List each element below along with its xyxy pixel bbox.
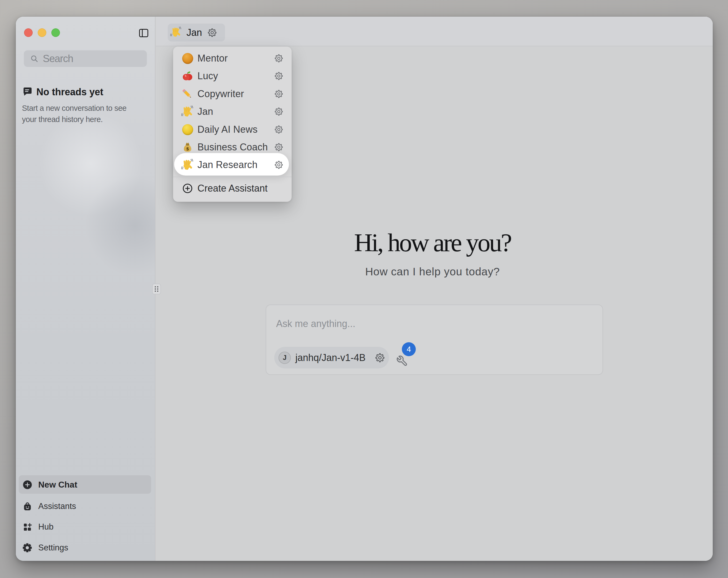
- svg-text:$: $: [186, 146, 189, 151]
